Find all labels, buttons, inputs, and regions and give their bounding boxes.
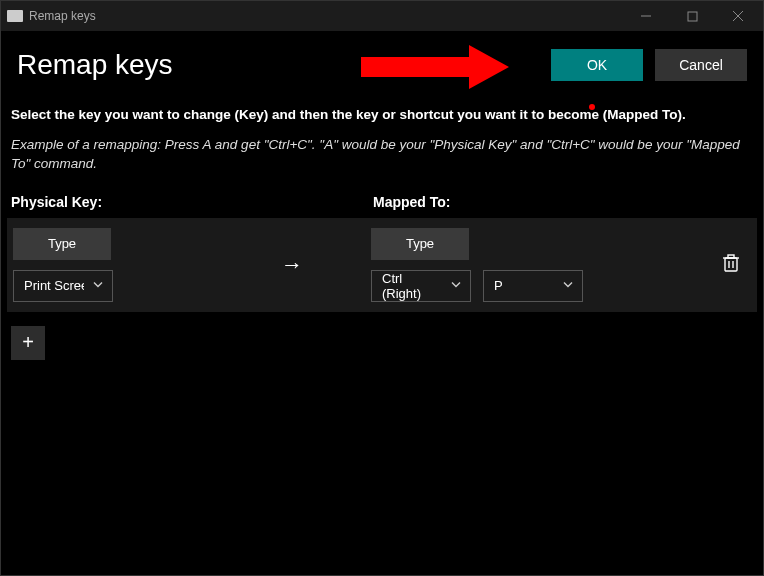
annotation-dot: [589, 104, 595, 110]
physical-type-button[interactable]: Type: [13, 228, 111, 260]
plus-icon: +: [22, 331, 34, 354]
physical-key-dropdown[interactable]: Print Scree: [13, 270, 113, 302]
window-controls: [623, 1, 761, 31]
titlebar: Remap keys: [1, 1, 763, 31]
window-title: Remap keys: [29, 9, 96, 23]
mapped-modifier-dropdown[interactable]: Ctrl (Right): [371, 270, 471, 302]
delete-column: [711, 253, 751, 277]
svg-rect-8: [728, 255, 734, 258]
physical-key-header: Physical Key:: [11, 194, 373, 210]
annotation-arrow: [361, 45, 531, 85]
chevron-down-icon: [450, 278, 462, 293]
mapped-to-header: Mapped To:: [373, 194, 451, 210]
mapped-type-button[interactable]: Type: [371, 228, 469, 260]
trash-icon[interactable]: [722, 253, 740, 277]
chevron-down-icon: [92, 278, 104, 293]
svg-rect-4: [725, 258, 737, 271]
remap-keys-window: Remap keys Remap keys OK Cancel Select t…: [0, 0, 764, 576]
header-row: Remap keys OK Cancel: [1, 31, 763, 89]
titlebar-title-area: Remap keys: [7, 9, 623, 23]
maximize-button[interactable]: [669, 1, 715, 31]
add-row-area: +: [1, 312, 763, 374]
add-mapping-button[interactable]: +: [11, 326, 45, 360]
keyboard-icon: [7, 10, 23, 22]
ok-button[interactable]: OK: [551, 49, 643, 81]
example-text: Example of a remapping: Press A and get …: [1, 131, 763, 188]
page-title: Remap keys: [17, 49, 361, 81]
mapped-key-dropdown[interactable]: P: [483, 270, 583, 302]
close-button[interactable]: [715, 1, 761, 31]
physical-key-value: Print Scree: [24, 278, 84, 293]
cancel-button[interactable]: Cancel: [655, 49, 747, 81]
arrow-right-icon: →: [281, 252, 303, 278]
instruction-text: Select the key you want to change (Key) …: [1, 89, 763, 131]
arrow-separator: →: [213, 252, 371, 278]
chevron-down-icon: [562, 278, 574, 293]
minimize-button[interactable]: [623, 1, 669, 31]
svg-rect-1: [688, 12, 697, 21]
mapped-to-column: Type Ctrl (Right) P: [371, 228, 711, 302]
physical-key-column: Type Print Scree: [13, 228, 213, 302]
column-headers: Physical Key: Mapped To:: [1, 188, 763, 218]
mapped-modifier-value: Ctrl (Right): [382, 271, 442, 301]
mapping-row: Type Print Scree → Type Ctrl (Right): [7, 218, 757, 312]
mapped-dropdown-row: Ctrl (Right) P: [371, 270, 583, 302]
mapped-key-value: P: [494, 278, 503, 293]
